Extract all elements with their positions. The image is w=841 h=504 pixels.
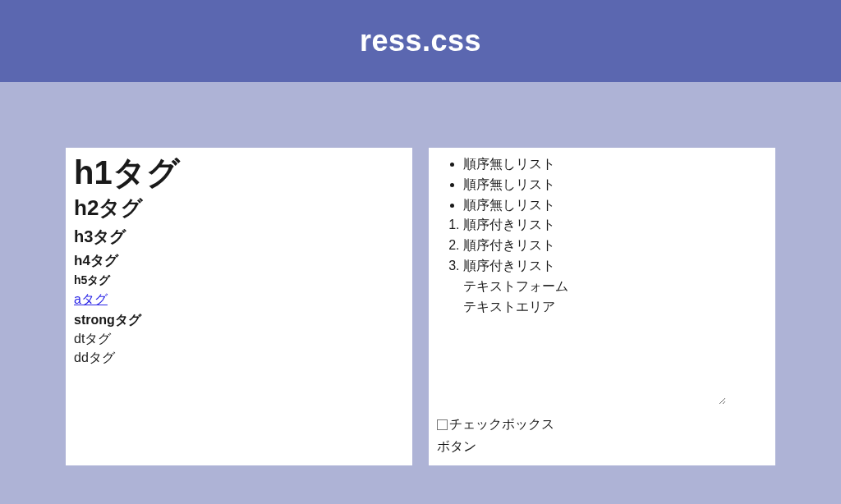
h5-tag-sample: h5タグ	[74, 273, 404, 288]
content: h1タグ h2タグ h3タグ h4タグ h5タグ aタグ strongタグ dt…	[0, 82, 841, 465]
list-item: 順序無しリスト	[463, 175, 767, 195]
dd-tag-sample: ddタグ	[74, 350, 404, 367]
dt-tag-sample: dtタグ	[74, 331, 404, 348]
right-panel: 順序無しリスト 順序無しリスト 順序無しリスト 順序付きリスト 順序付きリスト …	[429, 148, 775, 465]
checkbox-row: チェックボックス	[437, 415, 767, 435]
list-item: 順序付きリスト	[463, 215, 767, 236]
textarea-input[interactable]	[463, 318, 726, 405]
h1-tag-sample: h1タグ	[74, 154, 404, 190]
page-title: ress.css	[360, 24, 481, 58]
ordered-list: 順序付きリスト 順序付きリスト 順序付きリスト	[437, 215, 767, 276]
h2-tag-sample: h2タグ	[74, 194, 404, 222]
list-item: 順序無しリスト	[463, 195, 767, 216]
list-item: 順序無しリスト	[463, 154, 767, 175]
list-item: 順序付きリスト	[463, 256, 767, 277]
checkbox-input[interactable]	[437, 419, 448, 430]
a-tag-sample[interactable]: aタグ	[74, 291, 108, 309]
strong-tag-sample: strongタグ	[74, 312, 404, 329]
textarea-label: テキストエリア	[437, 297, 767, 318]
h4-tag-sample: h4タグ	[74, 251, 404, 270]
unordered-list: 順序無しリスト 順序無しリスト 順序無しリスト	[437, 154, 767, 215]
header: ress.css	[0, 0, 841, 82]
h3-tag-sample: h3タグ	[74, 226, 404, 248]
checkbox-label: チェックボックス	[449, 415, 554, 435]
textform-label: テキストフォーム	[437, 277, 767, 297]
button-label[interactable]: ボタン	[437, 437, 767, 457]
list-item: 順序付きリスト	[463, 236, 767, 256]
left-panel: h1タグ h2タグ h3タグ h4タグ h5タグ aタグ strongタグ dt…	[66, 148, 412, 465]
